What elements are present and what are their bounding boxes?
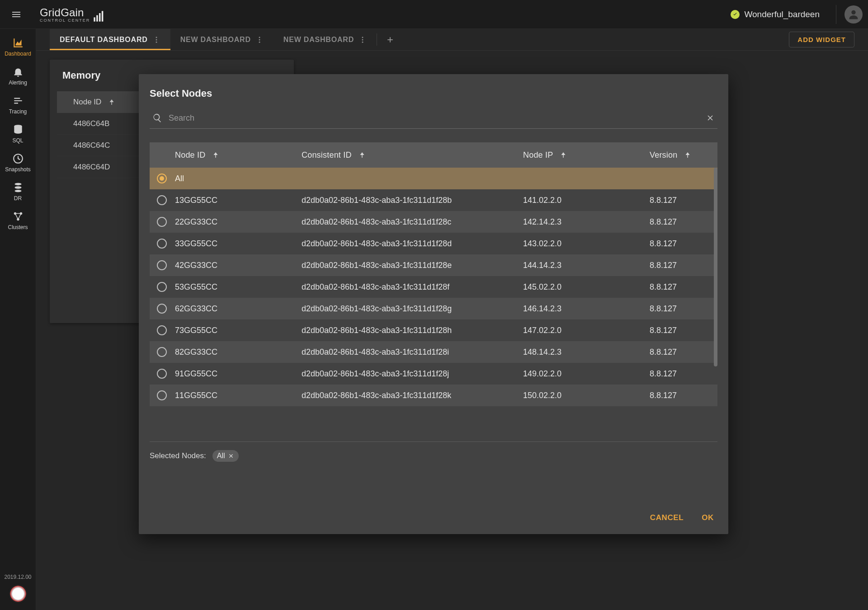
add-tab-button[interactable] xyxy=(377,29,403,50)
top-bar: GridGain CONTROL CENTER Wonderful_bardee… xyxy=(0,0,868,29)
radio-icon[interactable] xyxy=(157,369,167,379)
nav-label: SQL xyxy=(12,137,23,144)
svg-point-17 xyxy=(259,39,260,40)
nav-label: Alerting xyxy=(9,80,27,86)
hamburger-menu-button[interactable] xyxy=(5,4,27,25)
memory-col-node-id: Node ID xyxy=(73,98,101,107)
cell-version: 8.8.127 xyxy=(650,261,717,270)
table-row[interactable]: 73GG55CCd2db0a02-86b1-483c-aba3-1fc311d1… xyxy=(150,319,717,341)
cell-node-id: 53GG55CC xyxy=(175,282,302,292)
user-menu[interactable]: Wonderful_bardeen xyxy=(731,9,820,19)
radio-icon[interactable] xyxy=(157,260,167,270)
powered-by-badge xyxy=(8,584,28,604)
add-widget-button[interactable]: ADD WIDGET xyxy=(789,32,854,47)
cell-node-ip: 143.02.2.0 xyxy=(523,239,650,249)
radio-icon[interactable] xyxy=(157,304,167,314)
ok-button[interactable]: OK xyxy=(702,513,714,522)
svg-rect-25 xyxy=(563,155,564,158)
search-input[interactable] xyxy=(169,113,699,123)
kebab-icon[interactable] xyxy=(359,36,367,44)
svg-point-13 xyxy=(156,37,157,38)
cell-node-id: 82GG33CC xyxy=(175,347,302,357)
nav-item-sql[interactable]: SQL xyxy=(0,119,36,148)
nav-item-tracing[interactable]: Tracing xyxy=(0,90,36,119)
dashboard-tab[interactable]: NEW DASHBOARD xyxy=(274,29,377,50)
table-row[interactable]: 33GG55CCd2db0a02-86b1-483c-aba3-1fc311d1… xyxy=(150,233,717,254)
dashboard-tab[interactable]: DEFAULT DASHBOARD xyxy=(50,29,170,50)
nav-item-dashboard[interactable]: Dashboard xyxy=(0,33,36,61)
svg-rect-2 xyxy=(99,13,101,22)
sort-asc-icon xyxy=(108,98,116,106)
table-row[interactable]: 13GG55CCd2db0a02-86b1-483c-aba3-1fc311d1… xyxy=(150,189,717,211)
svg-point-15 xyxy=(156,41,157,42)
radio-icon[interactable] xyxy=(157,390,167,400)
bell-icon xyxy=(12,66,24,78)
table-row[interactable]: 62GG33CCd2db0a02-86b1-483c-aba3-1fc311d1… xyxy=(150,298,717,319)
col-node-ip[interactable]: Node IP xyxy=(523,150,650,160)
cell-node-ip: 147.02.2.0 xyxy=(523,326,650,335)
cell-node-id: 22GG33CC xyxy=(175,217,302,227)
radio-icon[interactable] xyxy=(157,174,167,183)
radio-icon[interactable] xyxy=(157,239,167,249)
username-label: Wonderful_bardeen xyxy=(744,9,820,19)
cell-version: 8.8.127 xyxy=(650,304,717,314)
cell-consistent-id: d2db0a02-86b1-483c-aba3-1fc311d1f28e xyxy=(302,261,523,270)
cell-version: 8.8.127 xyxy=(650,217,717,227)
radio-icon[interactable] xyxy=(157,282,167,292)
selected-chip[interactable]: All xyxy=(212,450,239,462)
cell-node-ip: 144.14.2.3 xyxy=(523,261,650,270)
cell-version: 8.8.127 xyxy=(650,239,717,249)
nav-label: Clusters xyxy=(8,224,28,230)
nav-item-snapshots[interactable]: Snapshots xyxy=(0,148,36,177)
main-area: DEFAULT DASHBOARDNEW DASHBOARDNEW DASHBO… xyxy=(36,29,868,610)
radio-icon[interactable] xyxy=(157,195,167,205)
dashboard-tab[interactable]: NEW DASHBOARD xyxy=(170,29,274,50)
logo-icon xyxy=(93,10,105,23)
cancel-button[interactable]: CANCEL xyxy=(650,513,684,522)
kebab-icon[interactable] xyxy=(255,36,264,44)
svg-point-18 xyxy=(259,41,260,42)
cell-all: All xyxy=(175,174,302,183)
table-row[interactable]: 42GG33CCd2db0a02-86b1-483c-aba3-1fc311d1… xyxy=(150,254,717,276)
table-row-all[interactable]: All xyxy=(150,168,717,189)
nav-label: DR xyxy=(14,195,22,202)
clear-search-button[interactable] xyxy=(706,113,715,122)
cell-node-ip: 148.14.2.3 xyxy=(523,347,650,357)
svg-point-20 xyxy=(362,39,363,40)
bars-icon xyxy=(12,95,24,107)
svg-point-4 xyxy=(851,10,855,14)
selected-chip-label: All xyxy=(217,452,225,460)
table-row[interactable]: 82GG33CCd2db0a02-86b1-483c-aba3-1fc311d1… xyxy=(150,341,717,363)
table-row[interactable]: 91GG55CCd2db0a02-86b1-483c-aba3-1fc311d1… xyxy=(150,363,717,385)
cluster-icon xyxy=(12,211,24,222)
avatar[interactable] xyxy=(844,5,863,23)
nav-item-alerting[interactable]: Alerting xyxy=(0,61,36,90)
dialog-title: Select Nodes xyxy=(150,88,717,99)
table-row[interactable]: 11GG55CCd2db0a02-86b1-483c-aba3-1fc311d1… xyxy=(150,385,717,406)
radio-icon[interactable] xyxy=(157,325,167,335)
database-icon xyxy=(12,124,24,136)
cell-node-ip: 142.14.2.3 xyxy=(523,217,650,227)
sort-asc-icon xyxy=(559,151,567,159)
table-row[interactable]: 22GG33CCd2db0a02-86b1-483c-aba3-1fc311d1… xyxy=(150,211,717,233)
nav-item-clusters[interactable]: Clusters xyxy=(0,206,36,235)
search-field xyxy=(150,109,717,129)
col-version[interactable]: Version xyxy=(650,150,717,160)
radio-icon[interactable] xyxy=(157,347,167,357)
scrollbar[interactable] xyxy=(714,168,717,366)
table-row[interactable]: 53GG55CCd2db0a02-86b1-483c-aba3-1fc311d1… xyxy=(150,276,717,298)
cell-consistent-id: d2db0a02-86b1-483c-aba3-1fc311d1f28i xyxy=(302,347,523,357)
cell-node-id: 33GG55CC xyxy=(175,239,302,249)
svg-rect-3 xyxy=(102,11,104,21)
cell-node-id: 73GG55CC xyxy=(175,326,302,335)
nav-item-dr[interactable]: DR xyxy=(0,177,36,206)
col-consistent-id[interactable]: Consistent ID xyxy=(302,150,523,160)
cell-node-ip: 149.02.2.0 xyxy=(523,369,650,379)
kebab-icon[interactable] xyxy=(152,36,160,44)
dialog-actions: CANCEL OK xyxy=(150,509,717,525)
col-node-id[interactable]: Node ID xyxy=(175,150,302,160)
cell-version: 8.8.127 xyxy=(650,326,717,335)
radio-icon[interactable] xyxy=(157,217,167,227)
sort-asc-icon xyxy=(212,151,220,159)
svg-rect-26 xyxy=(688,155,689,158)
